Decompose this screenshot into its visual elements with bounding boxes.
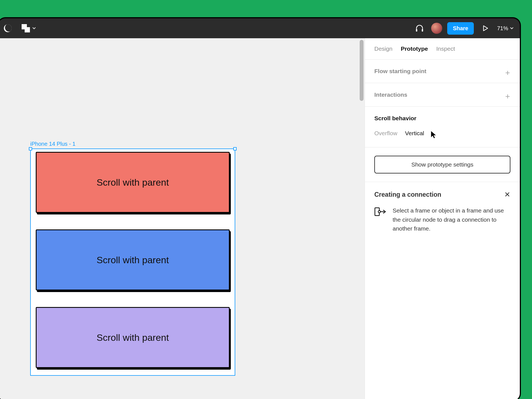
selection-handle[interactable]: [29, 147, 32, 150]
app-window: Share 71% iPhone 14 Plus - 1 Scroll with…: [0, 17, 521, 399]
close-hint-button[interactable]: ✕: [504, 190, 510, 199]
section-title: Flow starting point: [374, 68, 510, 75]
canvas-card[interactable]: Scroll with parent: [36, 229, 230, 290]
frame-title[interactable]: iPhone 14 Plus - 1: [30, 141, 75, 147]
theme-toggle-icon[interactable]: [1, 22, 14, 35]
show-prototype-settings-button[interactable]: Show prototype settings: [374, 156, 510, 173]
chevron-down-icon: [32, 26, 36, 30]
section-prototype-settings: Show prototype settings: [365, 147, 520, 182]
inspector-panel: Design Prototype Inspect Flow starting p…: [365, 38, 520, 399]
svg-rect-0: [416, 29, 417, 32]
tab-design[interactable]: Design: [374, 45, 392, 52]
canvas-card[interactable]: Scroll with parent: [36, 307, 230, 368]
toolbar-left-group: [1, 22, 36, 35]
share-button[interactable]: Share: [447, 22, 474, 35]
chevron-down-icon: [510, 26, 514, 30]
overflow-label: Overflow: [374, 130, 397, 137]
section-scroll-behavior: Scroll behavior Overflow Vertical: [365, 107, 520, 147]
connection-icon: [374, 206, 387, 233]
overflow-dropdown[interactable]: Vertical: [405, 130, 424, 137]
svg-point-3: [378, 211, 380, 213]
canvas-scrollbar[interactable]: [360, 40, 364, 101]
audio-chat-icon[interactable]: [413, 22, 426, 35]
selected-frame[interactable]: Scroll with parent Scroll with parent Sc…: [30, 149, 235, 376]
workspace: iPhone 14 Plus - 1 Scroll with parent Sc…: [0, 38, 520, 399]
panel-tabs: Design Prototype Inspect: [365, 38, 520, 60]
section-flow-start: Flow starting point ＋: [365, 60, 520, 83]
section-connection-hint: Creating a connection ✕ Select a frame o…: [365, 182, 520, 242]
tab-prototype[interactable]: Prototype: [401, 45, 428, 52]
section-interactions: Interactions ＋: [365, 83, 520, 107]
svg-rect-1: [422, 29, 423, 32]
hint-body-text: Select a frame or object in a frame and …: [393, 206, 510, 233]
selection-handle[interactable]: [233, 147, 237, 150]
canvas[interactable]: iPhone 14 Plus - 1 Scroll with parent Sc…: [0, 38, 365, 399]
cursor-pointer-icon: [430, 131, 437, 139]
hint-title: Creating a connection: [374, 191, 441, 198]
section-title: Interactions: [374, 91, 510, 98]
section-title: Scroll behavior: [374, 115, 510, 122]
zoom-control[interactable]: 71%: [497, 25, 514, 32]
shape-tool-icon[interactable]: [22, 22, 36, 35]
canvas-card[interactable]: Scroll with parent: [36, 152, 230, 213]
add-flow-button[interactable]: ＋: [504, 67, 511, 78]
top-toolbar: Share 71%: [0, 18, 520, 38]
zoom-value: 71%: [497, 25, 508, 32]
present-play-icon[interactable]: [479, 22, 492, 35]
tab-inspect[interactable]: Inspect: [436, 45, 455, 52]
user-avatar[interactable]: [431, 23, 442, 34]
add-interaction-button[interactable]: ＋: [504, 91, 511, 101]
